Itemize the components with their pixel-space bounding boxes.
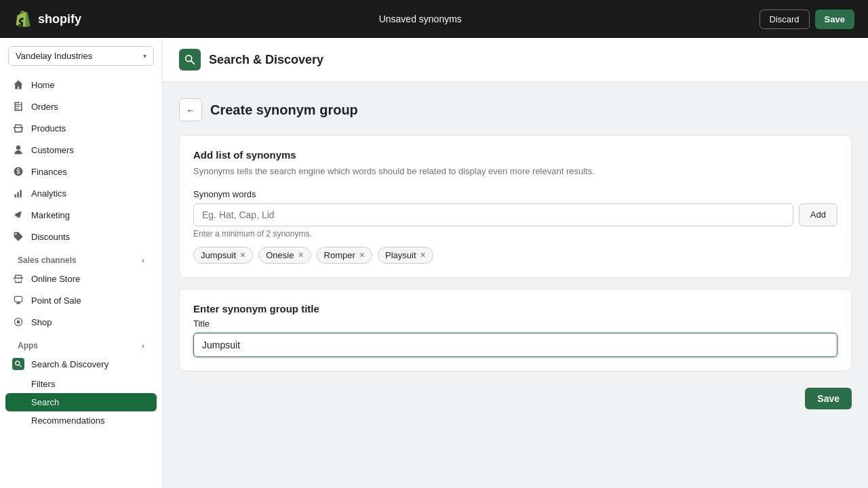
svg-rect-4	[16, 104, 21, 105]
back-button[interactable]: ←	[179, 98, 202, 121]
synonyms-card-heading: Add list of synonyms	[193, 149, 837, 161]
svg-rect-5	[16, 106, 20, 107]
title-input[interactable]	[193, 333, 837, 357]
title-field-label: Title	[193, 319, 837, 329]
products-icon	[12, 122, 24, 134]
sidebar-sub-item-recommendations[interactable]: Recommendations	[5, 411, 157, 430]
tag-jumpsuit-remove[interactable]: ×	[240, 250, 245, 260]
synonyms-card: Add list of synonyms Synonyms tells the …	[179, 135, 852, 278]
svg-rect-12	[16, 303, 20, 304]
sidebar-item-finances[interactable]: Finances	[5, 161, 157, 182]
sidebar-item-shop[interactable]: Shop	[5, 311, 157, 333]
tag-romper: Romper ×	[317, 247, 372, 264]
sidebar-sub-item-search[interactable]: Search	[5, 393, 157, 411]
sidebar: Vandelay Industries ▾ Home Orders	[0, 38, 163, 488]
logo-text: shopify	[38, 12, 81, 26]
sidebar-item-customers[interactable]: Customers	[5, 139, 157, 161]
orders-icon	[12, 100, 24, 113]
tag-jumpsuit-label: Jumpsuit	[201, 250, 236, 260]
sidebar-item-analytics-label: Analytics	[31, 188, 66, 199]
pos-icon	[12, 294, 24, 306]
sidebar-item-search-discovery[interactable]: Search & Discovery	[5, 353, 157, 375]
page-header: Search & Discovery	[163, 38, 868, 82]
analytics-icon	[12, 187, 24, 199]
store-name: Vandelay Industries	[16, 51, 92, 61]
discard-button[interactable]: Discard	[760, 9, 810, 29]
sidebar-item-marketing[interactable]: Marketing	[5, 204, 157, 226]
sidebar-item-products-label: Products	[31, 123, 66, 134]
sidebar-sub-item-search-label: Search	[31, 397, 59, 407]
svg-rect-8	[14, 195, 16, 198]
sidebar-item-pos-label: Point of Sale	[31, 296, 81, 306]
sales-channels-expand[interactable]: ›	[142, 256, 144, 264]
sidebar-item-online-store-label: Online Store	[31, 274, 80, 284]
sidebar-sub-item-recommendations-label: Recommendations	[31, 415, 104, 426]
tag-romper-remove[interactable]: ×	[359, 250, 365, 260]
store-selector-chevron: ▾	[143, 52, 146, 60]
topbar-actions: Discard Save	[760, 9, 854, 29]
svg-rect-6	[16, 108, 19, 108]
sidebar-item-home-label: Home	[31, 80, 55, 90]
finances-icon	[12, 165, 24, 178]
sidebar-item-products[interactable]: Products	[5, 117, 157, 139]
sidebar-item-marketing-label: Marketing	[31, 210, 70, 220]
sales-channels-section: Sales channels ›	[5, 247, 157, 268]
sidebar-item-finances-label: Finances	[31, 167, 67, 177]
online-store-icon	[12, 272, 24, 285]
tag-onesie-remove[interactable]: ×	[298, 250, 303, 260]
unsaved-title: Unsaved synonyms	[379, 14, 462, 24]
tag-playsuit-remove[interactable]: ×	[420, 250, 426, 260]
svg-rect-13	[17, 302, 19, 303]
tag-jumpsuit: Jumpsuit ×	[193, 247, 253, 264]
add-synonym-button[interactable]: Add	[799, 203, 837, 226]
synonym-words-label: Synonym words	[193, 189, 837, 199]
sidebar-item-customers-label: Customers	[31, 145, 74, 155]
sidebar-item-online-store[interactable]: Online Store	[5, 268, 157, 289]
sidebar-sub-item-filters[interactable]: Filters	[5, 375, 157, 393]
apps-expand[interactable]: ›	[142, 342, 144, 350]
marketing-icon	[12, 209, 24, 221]
svg-rect-10	[20, 190, 21, 197]
title-card-heading: Enter synonym group title	[193, 303, 837, 314]
sidebar-item-shop-label: Shop	[31, 317, 52, 327]
sidebar-item-discounts-label: Discounts	[31, 232, 70, 242]
save-bottom-button[interactable]: Save	[805, 388, 852, 409]
customers-icon	[12, 144, 24, 156]
sidebar-item-pos[interactable]: Point of Sale	[5, 289, 157, 311]
save-top-button[interactable]: Save	[815, 9, 854, 29]
tag-onesie: Onesie ×	[258, 247, 311, 264]
sidebar-item-discounts[interactable]: Discounts	[5, 226, 157, 247]
sidebar-item-home[interactable]: Home	[5, 74, 157, 96]
sidebar-item-orders[interactable]: Orders	[5, 96, 157, 117]
svg-rect-1	[14, 102, 16, 111]
create-form-title: Create synonym group	[210, 102, 358, 118]
synonym-input[interactable]	[193, 203, 793, 226]
store-selector[interactable]: Vandelay Industries ▾	[8, 46, 154, 66]
shopify-logo: shopify	[14, 9, 81, 28]
synonym-input-row: Add	[193, 203, 837, 226]
svg-rect-11	[14, 296, 22, 302]
sidebar-item-analytics[interactable]: Analytics	[5, 182, 157, 204]
synonym-hint: Enter a minimum of 2 synonyms.	[193, 229, 837, 239]
synonyms-tags: Jumpsuit × Onesie × Romper × Playsuit ×	[193, 247, 837, 264]
tag-playsuit-label: Playsuit	[385, 250, 416, 260]
home-icon	[12, 79, 24, 91]
apps-label: Apps	[18, 341, 38, 350]
title-card: Enter synonym group title Title	[179, 289, 852, 371]
tag-playsuit: Playsuit ×	[378, 247, 433, 264]
synonyms-card-desc: Synonyms tells the search engine which w…	[193, 165, 837, 178]
sales-channels-label: Sales channels	[18, 256, 77, 265]
discounts-icon	[12, 230, 24, 243]
sidebar-sub-item-filters-label: Filters	[31, 379, 55, 389]
content-area: ← Create synonym group Add list of synon…	[163, 82, 868, 442]
main-content: Search & Discovery ← Create synonym grou…	[163, 38, 868, 488]
create-header: ← Create synonym group	[179, 98, 852, 121]
sidebar-item-orders-label: Orders	[31, 102, 58, 112]
layout: Vandelay Industries ▾ Home Orders	[0, 0, 868, 488]
tag-romper-label: Romper	[324, 250, 355, 260]
svg-point-7	[16, 146, 20, 150]
page-title: Search & Discovery	[209, 53, 323, 67]
svg-rect-9	[17, 192, 18, 197]
svg-rect-2	[14, 110, 22, 111]
page-header-icon	[179, 49, 201, 70]
